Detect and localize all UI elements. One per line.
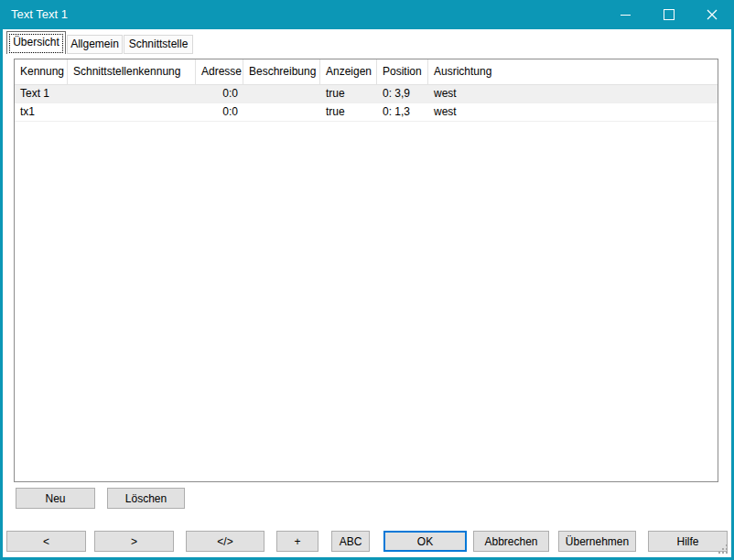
cancel-button[interactable]: Abbrechen [473, 531, 549, 552]
table-cell: 0:0 [196, 103, 243, 121]
table-cell [243, 103, 320, 121]
column-header[interactable]: Ausrichtung [428, 59, 718, 84]
title-bar: Text Text 1 [0, 0, 734, 29]
tab-bar: ÜbersichtAllgemeinSchnittstelle [6, 31, 194, 54]
delete-button[interactable]: Löschen [107, 488, 185, 509]
next-button[interactable]: > [94, 531, 174, 552]
tab-uebersicht[interactable]: Übersicht [6, 31, 66, 54]
code-button[interactable]: </> [186, 531, 264, 552]
window-controls [604, 0, 733, 29]
table-cell [68, 85, 196, 102]
tab-allgemein[interactable]: Allgemein [67, 35, 123, 54]
table-cell: tx1 [15, 103, 68, 121]
tab-label: Schnittstelle [129, 38, 189, 50]
help-button[interactable]: Hilfe [648, 531, 728, 552]
table-row[interactable]: tx10:0true0: 1,3west [15, 103, 718, 122]
window-border-left [0, 29, 3, 560]
close-button[interactable] [690, 0, 733, 29]
new-button[interactable]: Neu [16, 488, 95, 509]
column-header[interactable]: Position [377, 59, 428, 84]
table-cell: Text 1 [15, 85, 68, 102]
tab-label: Übersicht [13, 36, 59, 48]
window-title: Text Text 1 [11, 0, 68, 29]
overview-table: KennungSchnittstellenkennungAdresseBesch… [14, 59, 718, 482]
apply-button[interactable]: Übernehmen [558, 531, 636, 552]
table-cell [243, 85, 320, 102]
table-cell: 0: 3,9 [377, 85, 428, 102]
tab-schnittstelle[interactable]: Schnittstelle [124, 35, 193, 54]
abc-button[interactable]: ABC [331, 531, 370, 552]
maximize-icon [664, 9, 675, 20]
dialog-window: Text Text 1 ÜbersichtAllgemeinSchnittste… [0, 0, 734, 560]
column-header[interactable]: Adresse [196, 59, 243, 84]
column-header[interactable]: Beschreibung [243, 59, 320, 84]
table-cell: true [320, 103, 377, 121]
ok-button[interactable]: OK [383, 531, 467, 552]
column-header[interactable]: Kennung [15, 59, 68, 84]
resize-grip-icon[interactable] [718, 544, 729, 555]
table-cell: 0: 1,3 [377, 103, 428, 121]
table-cell [68, 103, 196, 121]
table-row[interactable]: Text 10:0true0: 3,9west [15, 85, 718, 103]
table-cell: 0:0 [196, 85, 243, 102]
minimize-button[interactable] [604, 0, 647, 29]
table-body: Text 10:0true0: 3,9westtx10:0true0: 1,3w… [15, 85, 718, 122]
table-header-row: KennungSchnittstellenkennungAdresseBesch… [15, 59, 718, 85]
table-cell: true [320, 85, 377, 102]
column-header[interactable]: Schnittstellenkennung [68, 59, 196, 84]
maximize-button[interactable] [647, 0, 690, 29]
tab-label: Allgemein [70, 38, 119, 50]
add-button[interactable]: + [276, 531, 318, 552]
table-cell: west [428, 85, 718, 102]
prev-button[interactable]: < [6, 531, 86, 552]
close-icon [707, 9, 718, 20]
table-cell: west [428, 103, 718, 121]
minimize-icon [621, 15, 631, 16]
column-header[interactable]: Anzeigen [320, 59, 377, 84]
